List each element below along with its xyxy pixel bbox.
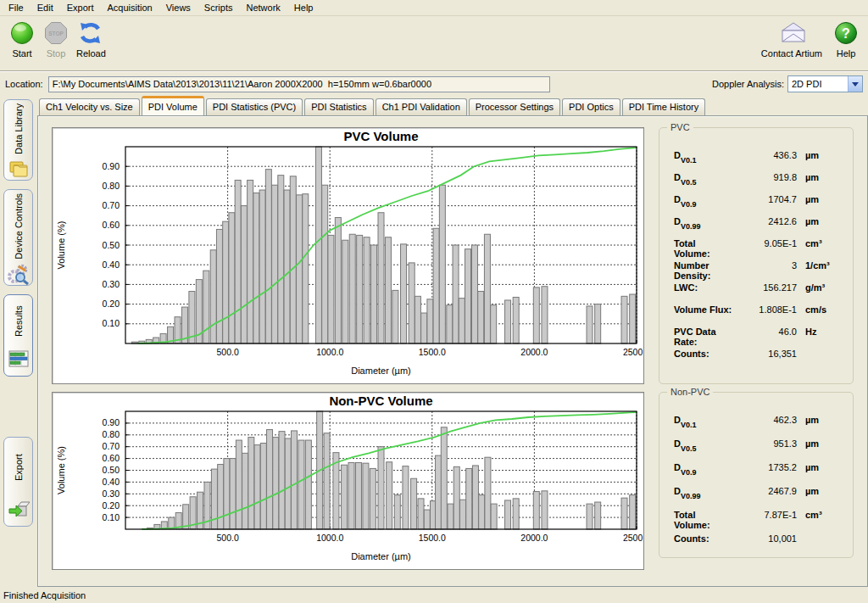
menu-acquisition[interactable]: Acquisition	[101, 1, 159, 14]
pvc-volume-plot: 0.100.200.300.400.500.600.700.800.90500.…	[53, 128, 643, 383]
menu-file[interactable]: File	[2, 1, 31, 14]
box-arrow-icon	[8, 498, 30, 522]
stat-row-dv01: DV0.1 462.3 µm	[674, 415, 844, 428]
non-pvc-volume-plot: 0.100.200.300.400.500.600.700.800.90500.…	[53, 393, 643, 569]
stat-value: 1735.2	[734, 462, 797, 472]
stat-unit: µm	[805, 462, 844, 472]
svg-text:0.20: 0.20	[103, 299, 120, 309]
svg-text:0.50: 0.50	[103, 465, 120, 475]
stat-row-dv05: DV0.5 919.8 µm	[674, 172, 844, 186]
stop-button[interactable]: STOP Stop	[42, 20, 70, 59]
svg-text:?: ?	[842, 26, 850, 41]
stat-row-counts: Counts: 16,351	[674, 349, 844, 362]
envelope-icon	[778, 20, 805, 47]
tab-pdi-time-history[interactable]: PDI Time History	[622, 98, 706, 115]
menu-scripts[interactable]: Scripts	[198, 1, 240, 14]
stat-unit: µm	[805, 194, 844, 204]
svg-text:Volume (%): Volume (%)	[56, 446, 66, 494]
stat-unit: cm³	[805, 510, 844, 520]
stat-row-total-volume: Total Volume: 9.05E-1 cm³	[674, 238, 844, 252]
stat-value: 2412.6	[734, 216, 797, 226]
stat-unit: µm	[805, 216, 844, 226]
svg-text:0.30: 0.30	[103, 279, 120, 289]
svg-text:2500.0: 2500.0	[623, 533, 643, 543]
svg-text:PVC Volume: PVC Volume	[343, 129, 418, 143]
svg-text:0.90: 0.90	[103, 161, 120, 171]
gears-magnifier-icon	[8, 263, 30, 287]
svg-text:0.60: 0.60	[103, 453, 120, 463]
stat-row-volume-flux: Volume Flux: 1.808E-1 cm/s	[674, 304, 844, 318]
toolbar: Start STOP Stop Reload	[0, 16, 868, 71]
svg-text:0.60: 0.60	[103, 220, 120, 230]
menu-views[interactable]: Views	[159, 1, 198, 14]
start-icon	[8, 20, 36, 47]
sidebar-item-results[interactable]: Results	[3, 294, 33, 377]
stat-value: 2467.9	[734, 486, 797, 496]
menu-edit[interactable]: Edit	[31, 1, 60, 14]
stat-value: 919.8	[734, 172, 797, 182]
tab-pdi-statistics-pvc[interactable]: PDI Statistics (PVC)	[206, 98, 303, 115]
stat-unit: µm	[805, 438, 844, 449]
tab-pdi-statistics[interactable]: PDI Statistics	[304, 98, 373, 115]
help-label: Help	[837, 48, 856, 59]
reload-button[interactable]: Reload	[76, 20, 106, 59]
sidebar-item-label: Results	[14, 295, 24, 348]
stat-unit: µm	[805, 486, 844, 496]
tab-ch1-pdi-validation[interactable]: Ch1 PDI Validation	[376, 98, 467, 115]
start-label: Start	[12, 48, 31, 59]
svg-text:0.10: 0.10	[103, 318, 120, 328]
main-area: Data Library Device Controls	[0, 96, 868, 587]
stat-value: 462.3	[734, 415, 797, 425]
menu-export[interactable]: Export	[60, 1, 101, 14]
start-button[interactable]: Start	[8, 20, 36, 59]
location-bar: Location: Doppler Analysis: 2D PDI	[0, 71, 868, 96]
stat-row-dv099: DV0.99 2412.6 µm	[674, 216, 844, 230]
sidebar-item-device-controls[interactable]: Device Controls	[3, 189, 33, 286]
stat-unit: µm	[805, 415, 844, 425]
stat-row-lwc: LWC: 156.217 g/m³	[674, 282, 844, 296]
non-pvc-group-title: Non-PVC	[667, 387, 713, 397]
location-label: Location:	[5, 79, 43, 89]
svg-text:1000.0: 1000.0	[316, 533, 343, 543]
stat-unit: 1/cm³	[805, 260, 844, 271]
tab-ch1-velocity-vs-size[interactable]: Ch1 Velocity vs. Size	[39, 98, 140, 115]
tab-pdi-volume[interactable]: PDI Volume	[142, 96, 204, 115]
stat-row-pvc-data-rate: PVC Data Rate: 46.0 Hz	[674, 327, 844, 340]
stat-unit: µm	[805, 150, 844, 160]
sidebar-item-export[interactable]: Export	[3, 437, 33, 527]
contact-artium-label: Contact Artium	[761, 48, 822, 59]
location-input[interactable]	[48, 76, 550, 92]
svg-text:1500.0: 1500.0	[419, 533, 446, 543]
stat-row-dv01: DV0.1 436.3 µm	[674, 150, 844, 164]
pvc-group-title: PVC	[667, 122, 693, 132]
stat-row-dv05: DV0.5 951.3 µm	[674, 438, 844, 452]
status-text: Finished Acquisition	[3, 590, 86, 600]
sidebar-item-label: Export	[14, 438, 24, 498]
stat-value: 46.0	[734, 327, 797, 337]
sidebar-item-label: Data Library	[14, 100, 24, 158]
combo-dropdown-button[interactable]	[848, 76, 862, 92]
menu-bar: File Edit Export Acquisition Views Scrip…	[0, 0, 868, 16]
sidebar: Data Library Device Controls	[0, 96, 37, 587]
svg-text:0.30: 0.30	[103, 489, 120, 499]
tab-processor-settings[interactable]: Processor Settings	[469, 98, 560, 115]
svg-text:2000.0: 2000.0	[520, 533, 548, 543]
menu-help[interactable]: Help	[287, 1, 320, 14]
stat-value: 7.87E-1	[734, 510, 797, 520]
sidebar-item-data-library[interactable]: Data Library	[3, 99, 33, 181]
svg-text:1500.0: 1500.0	[419, 347, 446, 357]
stat-unit: g/m³	[805, 282, 844, 293]
svg-text:500.0: 500.0	[216, 347, 238, 357]
menu-network[interactable]: Network	[239, 1, 287, 14]
tab-pdi-optics[interactable]: PDI Optics	[562, 98, 620, 115]
stat-row-dv09: DV0.9 1735.2 µm	[674, 462, 844, 476]
content-area: Ch1 Velocity vs. Size PDI Volume PDI Sta…	[37, 96, 868, 587]
stat-unit: Hz	[805, 327, 844, 337]
svg-text:0.20: 0.20	[103, 500, 120, 511]
reload-label: Reload	[76, 48, 106, 59]
doppler-analysis-select[interactable]: 2D PDI	[787, 75, 863, 92]
help-button[interactable]: ? Help	[832, 20, 860, 59]
svg-text:0.50: 0.50	[103, 240, 120, 250]
contact-artium-button[interactable]: Contact Artium	[761, 20, 822, 59]
reload-icon	[77, 20, 104, 47]
